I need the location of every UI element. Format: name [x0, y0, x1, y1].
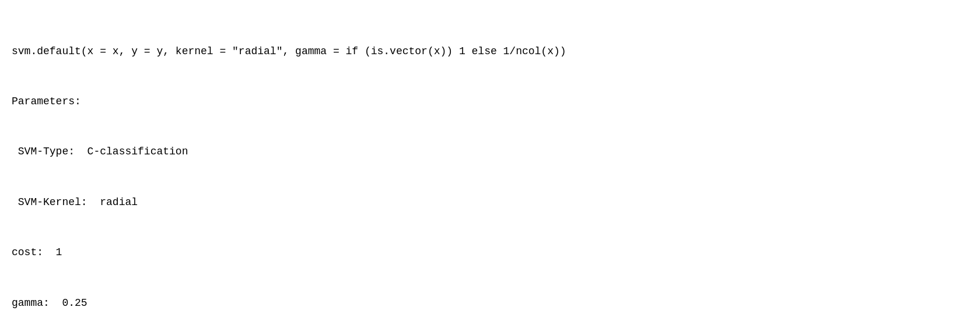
line-5: cost: 1 [12, 244, 968, 261]
line-2: Parameters: [12, 93, 968, 110]
line-6: gamma: 0.25 [12, 295, 968, 312]
line-4: SVM-Kernel: radial [12, 194, 968, 211]
output-block: svm.default(x = x, y = y, kernel = "radi… [12, 9, 968, 328]
line-3: SVM-Type: C-classification [12, 143, 968, 160]
line-1: svm.default(x = x, y = y, kernel = "radi… [12, 43, 968, 60]
